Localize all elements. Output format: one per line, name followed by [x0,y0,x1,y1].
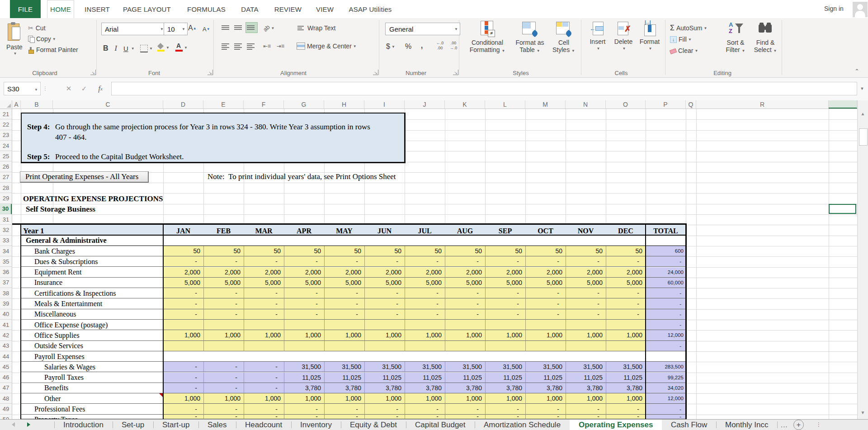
row-header-35[interactable]: 35 [0,256,12,267]
column-header-D[interactable]: D [163,100,203,109]
row-header-36[interactable]: 36 [0,267,12,278]
increase-indent-button[interactable]: ⇥≡ [277,42,284,51]
middle-align-button[interactable] [233,23,245,33]
fill-button[interactable]: ↓Fill▼ [670,35,692,44]
merge-center-dropdown-icon[interactable]: ▼ [353,44,357,48]
decrease-decimal-button[interactable]: .00→.0 [448,41,459,52]
formula-bar-expand-icon[interactable]: ▼ [859,82,866,95]
paste-button[interactable]: Paste▼ [4,22,25,69]
column-header-F[interactable]: F [244,100,284,109]
conditional-formatting-button[interactable]: ≠ConditionalFormatting ▼ [467,21,507,71]
avatar[interactable] [853,2,868,17]
bold-button[interactable]: B [103,44,108,52]
row-header-33[interactable]: 33 [0,236,12,246]
row-header-37[interactable]: 37 [0,278,12,288]
shrink-font-button[interactable]: A▼ [203,24,210,34]
dialog-launcher-icon[interactable]: ↘ [208,70,213,75]
autosum-button[interactable]: ΣAutoSum▼ [670,24,707,33]
column-headers[interactable]: ABCDEFGHIJKLMNOPQR [0,100,868,109]
row-header-41[interactable]: 41 [0,320,12,330]
paste-dropdown-icon[interactable]: ▼ [14,52,17,56]
ribbon-tab-formulas[interactable]: FORMULAS [184,0,228,18]
row-header-49[interactable]: 49 [0,404,12,414]
name-box-dropdown-icon[interactable]: ▼ [34,88,38,92]
insert-function-icon[interactable]: fx [95,82,106,95]
fill-dropdown-icon[interactable]: ▼ [688,38,692,42]
format-button-dropdown-icon[interactable]: ▼ [649,47,652,51]
dialog-launcher-icon[interactable]: ↘ [453,70,458,75]
sheet-tab-cash-flow[interactable]: Cash Flow [662,420,716,430]
row-headers[interactable]: 2122232425262728293031323334353637383940… [0,109,12,419]
ribbon-tab-data[interactable]: DATA [239,0,261,18]
row-header-44[interactable]: 44 [0,351,12,362]
sheet-tab-sales[interactable]: Sales [198,420,236,430]
dialog-launcher-icon[interactable]: ↘ [373,70,378,75]
ribbon-tab-review[interactable]: REVIEW [272,0,304,18]
copy-button[interactable]: Copy▼ [28,34,56,43]
clear-button[interactable]: Clear▼ [670,46,698,55]
print-button[interactable]: Print Operating Expenses - All Years [20,171,149,183]
font-name-dropdown-icon[interactable]: ▼ [160,27,164,31]
italic-button[interactable]: I [115,44,117,52]
fill-color-dropdown-icon[interactable]: ▼ [166,46,170,50]
row-header-23[interactable]: 23 [0,130,12,141]
row-header-25[interactable]: 25 [0,151,12,161]
row-header-32[interactable]: 32 [0,225,12,235]
column-header-H[interactable]: H [324,100,364,109]
align-left-button[interactable] [221,42,232,52]
ribbon-tab-home[interactable]: HOME [47,0,74,18]
collapse-ribbon-icon[interactable]: ⌃ [854,69,861,74]
row-header-42[interactable]: 42 [0,330,12,340]
row-header-48[interactable]: 48 [0,393,12,404]
row-header-31[interactable]: 31 [0,214,12,225]
scrollbar-thumb[interactable] [859,128,868,146]
sheet-tab-equity-debt[interactable]: Equity & Debt [341,420,406,430]
fill-color-button[interactable]: ▼ [157,43,170,52]
enter-icon[interactable]: ✓ [80,82,89,95]
column-header-J[interactable]: J [405,100,445,109]
row-header-26[interactable]: 26 [0,162,12,172]
underline-button[interactable]: U [123,45,128,52]
merge-center-button[interactable]: Merge & Center▼ [297,42,357,51]
row-header-28[interactable]: 28 [0,183,12,193]
sheet-tab-capital-budget[interactable]: Capital Budget [406,420,475,430]
column-header-A[interactable]: A [12,100,21,109]
clear-dropdown-icon[interactable]: ▼ [694,49,698,53]
delete-button[interactable]: ✗Delete▼ [611,21,636,71]
comma-style-button[interactable]: , [420,40,423,50]
format-button[interactable]: |↔|Format▼ [637,21,662,71]
row-header-50[interactable]: 50 [0,415,12,419]
row-header-40[interactable]: 40 [0,309,12,320]
cancel-icon[interactable]: ✕ [64,82,73,95]
number-format-dropdown-icon[interactable]: ▼ [454,27,458,31]
sheet-tab-start-up[interactable]: Start-up [153,420,198,430]
currency-dropdown-icon[interactable]: ▼ [392,45,395,49]
column-header-L[interactable]: L [485,100,525,109]
font-name-combo[interactable]: Arial▼ [101,23,166,35]
sheet-tab-headcount[interactable]: Headcount [236,420,291,430]
row-header-21[interactable]: 21 [0,109,12,119]
orientation-dropdown-icon[interactable]: ▼ [271,26,274,30]
row-header-39[interactable]: 39 [0,298,12,309]
ribbon-tab-page-layout[interactable]: PAGE LAYOUT [121,0,173,18]
align-center-button[interactable] [233,42,245,52]
ribbon-tab-asap-utilities[interactable]: ASAP Utilities [345,0,395,18]
row-header-34[interactable]: 34 [0,246,12,256]
column-header-R[interactable]: R [696,100,829,109]
column-header-P[interactable]: P [646,100,686,109]
scroll-up-icon[interactable]: ▲ [859,110,866,117]
sheet-tab-introduction[interactable]: Introduction [54,420,113,430]
cut-button[interactable]: ✂Cut [28,24,46,33]
align-right-button[interactable] [246,42,257,52]
delete-button-dropdown-icon[interactable]: ▼ [623,47,626,51]
row-header-47[interactable]: 47 [0,383,12,393]
format-painter-button[interactable]: Format Painter [28,45,78,54]
row-header-38[interactable]: 38 [0,288,12,298]
autosum-dropdown-icon[interactable]: ▼ [703,26,707,30]
column-header-K[interactable]: K [445,100,485,109]
column-header-C[interactable]: C [53,100,163,109]
column-header-O[interactable]: O [606,100,646,109]
scroll-down-icon[interactable]: ▼ [859,409,866,416]
sheet-bar-menu-icon[interactable]: ⋮ [816,421,821,428]
formula-bar-splitter[interactable]: ⋮ [43,82,47,95]
